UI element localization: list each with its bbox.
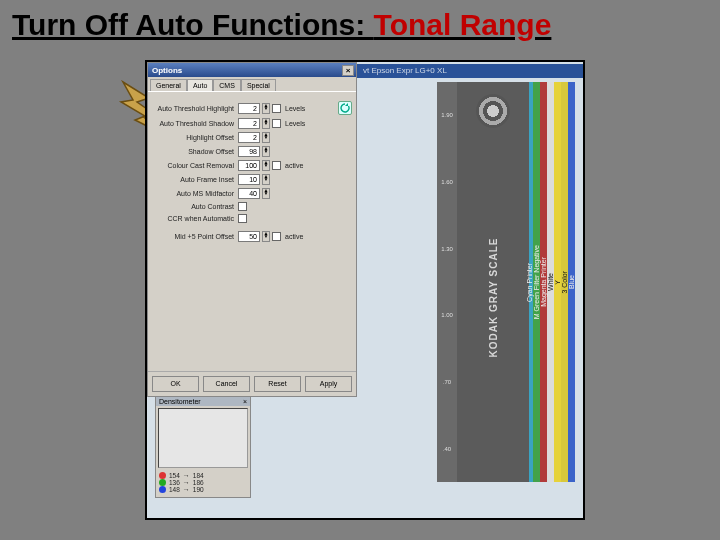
screenshot-stage: vt Epson Expr LG+0 XL 1.90 1.60 1.30 1.0… [145,60,585,520]
sh-offset-input[interactable]: 98 [238,146,260,157]
grayscale-card: KODAK GRAY SCALE [457,82,529,482]
density-ticks: 1.90 1.60 1.30 1.00 .70 .40 [437,82,457,482]
reset-button[interactable]: Reset [254,376,301,392]
label: Highlight Offset [152,134,236,141]
slide-title: Turn Off Auto Functions: Tonal Range [12,8,551,42]
r-in: 154 [169,472,180,479]
densitometer-swatch [158,408,248,468]
densitometer-panel[interactable]: Densitometer × 154 → 184 136 → 186 148 →… [155,396,251,498]
b-in: 148 [169,486,180,493]
strip-white: White [547,82,554,482]
green-dot-icon [159,479,166,486]
row-auto-contrast: Auto Contrast [152,202,352,211]
auto-contrast-checkbox[interactable] [238,202,247,211]
tab-cms[interactable]: CMS [213,79,241,91]
label: Auto Contrast [152,203,236,210]
row-ccr: Colour Cast Removal 100 ▲▼ active [152,160,352,171]
label: Auto Threshold Highlight [152,105,236,112]
dialog-titlebar[interactable]: Options × [148,63,356,77]
registration-target-icon [476,94,510,128]
hl-offset-input[interactable]: 2 [238,132,260,143]
strip-green: M Green Filter Negative [533,82,540,482]
spinner[interactable]: ▲▼ [262,174,270,185]
ccr-input[interactable]: 100 [238,160,260,171]
strip-yellow: Y [554,82,561,482]
red-dot-icon [159,472,166,479]
label: Auto MS Midfactor [152,190,236,197]
scanner-window-title: vt Epson Expr LG+0 XL [357,64,583,78]
label: Auto Threshold Shadow [152,120,236,127]
auto-thresh-hl-input[interactable]: 2 [238,103,260,114]
row-auto-thresh-hl: Auto Threshold Highlight 2 ▲▼ Levels [152,101,352,115]
levels-sh-checkbox[interactable] [272,119,281,128]
color-strip: Blue 3 Color Y White Magenta Printer M G… [529,82,575,482]
cancel-button[interactable]: Cancel [203,376,250,392]
spinner[interactable]: ▲▼ [262,103,270,114]
apply-button[interactable]: Apply [305,376,352,392]
tab-special[interactable]: Special [241,79,276,91]
spinner[interactable]: ▲▼ [262,118,270,129]
checkbox-label: active [285,162,303,169]
ccr-auto-checkbox[interactable] [238,214,247,223]
strip-magenta: Magenta Printer [540,82,547,482]
auto-thresh-sh-input[interactable]: 2 [238,118,260,129]
checkbox-label: Levels [285,105,305,112]
label: Auto Frame Inset [152,176,236,183]
spinner[interactable]: ▲▼ [262,132,270,143]
densi-b: 148 → 190 [159,486,247,493]
row-auto-frame: Auto Frame Inset 10 ▲▼ [152,174,352,185]
densi-r: 154 → 184 [159,472,247,479]
arrow-icon: → [183,486,190,493]
densitometer-title-text: Densitometer [159,398,201,405]
checkbox-label: Levels [285,120,305,127]
options-dialog: Options × General Auto CMS Special Auto … [147,62,357,397]
ok-button[interactable]: OK [152,376,199,392]
label: CCR when Automatic [152,215,236,222]
auto-ms-input[interactable]: 40 [238,188,260,199]
levels-hl-checkbox[interactable] [272,104,281,113]
row-midpip: Mid +5 Point Offset 50 ▲▼ active [152,231,352,242]
spinner[interactable]: ▲▼ [262,160,270,171]
close-button[interactable]: × [342,65,354,76]
tab-general[interactable]: General [150,79,187,91]
g-out: 186 [193,479,204,486]
auto-frame-input[interactable]: 10 [238,174,260,185]
row-hl-offset: Highlight Offset 2 ▲▼ [152,132,352,143]
b-out: 190 [193,486,204,493]
arrow-icon: → [183,472,190,479]
tick: .40 [437,446,457,452]
label: Mid +5 Point Offset [152,233,236,240]
strip-3color: 3 Color [561,82,568,482]
tick: 1.00 [437,312,457,318]
row-ccr-auto: CCR when Automatic [152,214,352,223]
dialog-panel: Auto Threshold Highlight 2 ▲▼ Levels Aut… [148,91,356,321]
tick: 1.60 [437,179,457,185]
tab-auto[interactable]: Auto [187,79,213,91]
label: Shadow Offset [152,148,236,155]
midpip-input[interactable]: 50 [238,231,260,242]
densitometer-title[interactable]: Densitometer × [156,397,250,406]
densi-g: 136 → 186 [159,479,247,486]
grayscale-label: KODAK GRAY SCALE [488,238,499,358]
slide-title-black: Turn Off Auto Functions: [12,8,374,41]
densitometer-readout: 154 → 184 136 → 186 148 → 190 [156,470,250,497]
strip-blue: Blue [568,82,575,482]
dialog-title: Options [152,66,182,75]
dialog-tabs: General Auto CMS Special [148,77,356,91]
label: Colour Cast Removal [152,162,236,169]
blue-dot-icon [159,486,166,493]
tick: 1.90 [437,112,457,118]
arrow-icon: → [183,479,190,486]
spinner[interactable]: ▲▼ [262,231,270,242]
spinner[interactable]: ▲▼ [262,188,270,199]
row-sh-offset: Shadow Offset 98 ▲▼ [152,146,352,157]
spinner[interactable]: ▲▼ [262,146,270,157]
reset-auto-icon[interactable] [338,101,352,115]
row-auto-ms: Auto MS Midfactor 40 ▲▼ [152,188,352,199]
ccr-active-checkbox[interactable] [272,161,281,170]
r-out: 184 [193,472,204,479]
checkbox-label: active [285,233,303,240]
midpip-active-checkbox[interactable] [272,232,281,241]
panel-close-icon[interactable]: × [243,398,247,405]
row-auto-thresh-sh: Auto Threshold Shadow 2 ▲▼ Levels [152,118,352,129]
